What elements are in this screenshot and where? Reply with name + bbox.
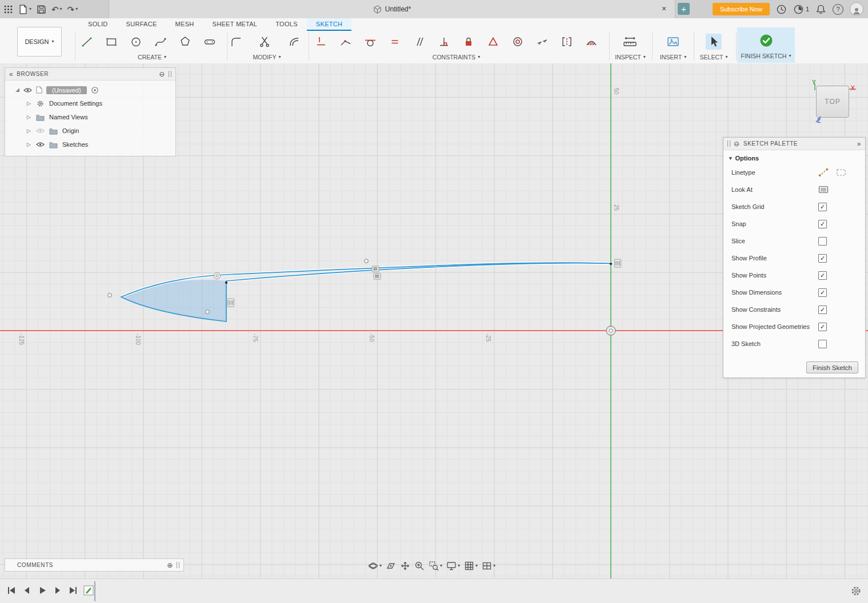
comments-drag-grip[interactable] <box>177 562 179 568</box>
play-button[interactable] <box>37 585 48 596</box>
symmetry-constraint[interactable] <box>560 34 574 49</box>
select-group-label[interactable]: SELECT▾ <box>696 54 731 61</box>
constraints-group-label[interactable]: CONSTRAINTS▾ <box>314 54 598 61</box>
palette-collapse-icon[interactable]: » <box>857 140 861 147</box>
undo-button[interactable]: ↶▾ <box>51 5 62 14</box>
disclosure-icon[interactable]: ▷ <box>27 142 31 147</box>
go-to-start-button[interactable] <box>6 585 17 596</box>
insert-group-label[interactable]: INSERT▾ <box>655 54 691 61</box>
centerline-linetype-icon[interactable] <box>836 168 846 177</box>
tab-sheet-metal[interactable]: SHEET METAL <box>203 18 267 31</box>
fillet-tool[interactable] <box>229 34 243 49</box>
curvature-constraint[interactable] <box>585 34 598 49</box>
checkbox-show-profile[interactable]: ✓ <box>818 254 827 263</box>
timeline-position-marker[interactable] <box>94 581 95 601</box>
disclosure-icon[interactable]: ▷ <box>27 128 31 134</box>
browser-drag-grip[interactable] <box>169 71 171 77</box>
redo-button[interactable]: ↷▾ <box>67 5 78 14</box>
app-grid-icon[interactable] <box>3 5 13 14</box>
select-tool[interactable] <box>706 34 722 50</box>
circle-tool[interactable] <box>129 34 143 49</box>
checkbox-show-projected-geometries[interactable]: ✓ <box>818 323 827 331</box>
pan-button[interactable] <box>400 561 410 571</box>
collinear-constraint[interactable] <box>535 34 549 49</box>
create-group-label[interactable]: CREATE▾ <box>80 54 224 61</box>
workspace-switcher[interactable]: DESIGN▾ <box>17 27 62 57</box>
equal-constraint[interactable] <box>388 34 402 49</box>
browser-header[interactable]: « BROWSER ⊖ <box>5 68 175 81</box>
finish-sketch-button[interactable] <box>758 33 774 49</box>
palette-header[interactable]: ⊖ SKETCH PALETTE » <box>723 138 865 150</box>
tab-solid[interactable]: SOLID <box>79 18 117 31</box>
step-forward-button[interactable] <box>52 585 63 596</box>
document-tab[interactable]: Untitled* <box>109 0 675 18</box>
disclosure-icon[interactable]: ▷ <box>27 100 31 106</box>
browser-item-document-settings[interactable]: ▷Document Settings <box>5 97 175 110</box>
midpoint-constraint[interactable] <box>486 34 500 49</box>
job-status-icon[interactable] <box>776 4 787 15</box>
measure-tool[interactable] <box>622 34 638 49</box>
options-section-header[interactable]: ▾ Options <box>723 150 865 164</box>
modify-group-label[interactable]: MODIFY▾ <box>229 54 305 61</box>
timeline-sketch-feature[interactable] <box>83 585 94 596</box>
spline-handle-point[interactable] <box>108 294 111 297</box>
tab-surface[interactable]: SURFACE <box>117 18 166 31</box>
fix-constraint[interactable] <box>462 34 475 49</box>
spline-tool[interactable] <box>154 34 167 49</box>
collapse-left-icon[interactable]: « <box>9 71 13 78</box>
viewports-button[interactable]: ▾ <box>482 561 495 571</box>
construction-linetype-icon[interactable] <box>818 168 829 177</box>
checkbox-snap[interactable]: ✓ <box>818 220 827 228</box>
checkbox-3d-sketch[interactable] <box>818 340 827 348</box>
perpendicular-constraint[interactable] <box>437 34 451 49</box>
constraint-glyph[interactable] <box>372 266 379 272</box>
zoom-button[interactable] <box>414 561 425 571</box>
checkbox-show-constraints[interactable]: ✓ <box>818 305 827 314</box>
browser-minimize-icon[interactable]: ⊖ <box>159 71 165 78</box>
viewcube-top-face[interactable]: TOP <box>816 86 849 118</box>
browser-item-origin[interactable]: ▷Origin <box>5 124 175 138</box>
look-at-button[interactable] <box>386 561 396 571</box>
step-back-button[interactable] <box>21 585 33 596</box>
new-tab-button[interactable]: + <box>678 3 690 15</box>
palette-minimize-icon[interactable]: ⊖ <box>734 140 740 147</box>
finish-sketch-palette-button[interactable]: Finish Sketch <box>806 361 858 373</box>
file-menu-button[interactable]: ▾ <box>18 5 31 14</box>
comments-bar[interactable]: COMMENTS ⊕ <box>5 558 184 572</box>
active-jobs-indicator[interactable]: 1 <box>793 4 809 15</box>
trim-tool[interactable] <box>258 34 272 49</box>
rectangle-tool[interactable] <box>105 34 118 49</box>
constraint-glyph[interactable] <box>374 274 381 279</box>
orbit-button[interactable]: ▾ <box>368 561 382 571</box>
browser-item-sketches[interactable]: ▷Sketches <box>5 138 175 151</box>
timeline-settings-gear-icon[interactable] <box>850 585 862 597</box>
browser-item-named-views[interactable]: ▷Named Views <box>5 110 175 124</box>
activate-component-radio[interactable] <box>91 86 99 94</box>
checkbox-slice[interactable] <box>818 237 827 246</box>
checkbox-show-points[interactable]: ✓ <box>818 271 827 280</box>
document-name-badge[interactable]: (Unsaved) <box>46 86 87 94</box>
sketch-profile-fill[interactable] <box>121 280 226 321</box>
spline-handle-point[interactable] <box>365 259 368 263</box>
viewcube[interactable]: TOP Y X Z <box>811 80 859 128</box>
save-button[interactable] <box>37 5 46 14</box>
palette-drag-grip[interactable] <box>727 140 730 147</box>
sketch-point[interactable] <box>610 263 612 265</box>
zoom-window-button[interactable]: ▾ <box>429 561 442 571</box>
avatar[interactable] <box>850 2 863 16</box>
bell-icon[interactable] <box>815 4 826 15</box>
tangent-constraint[interactable] <box>363 34 377 49</box>
tab-mesh[interactable]: MESH <box>166 18 203 31</box>
horizontal-vertical-constraint[interactable] <box>314 34 328 49</box>
visibility-icon[interactable] <box>23 87 32 93</box>
inspect-group-label[interactable]: INSPECT▾ <box>611 54 649 61</box>
parallel-constraint[interactable] <box>413 34 426 49</box>
offset-tool[interactable] <box>287 34 301 49</box>
help-icon[interactable]: ? <box>833 4 843 15</box>
disclosure-icon[interactable]: ▷ <box>27 114 31 120</box>
display-settings-button[interactable]: ▾ <box>446 561 460 571</box>
polygon-tool[interactable] <box>178 34 192 49</box>
concentric-constraint[interactable] <box>511 34 525 49</box>
tab-tools[interactable]: TOOLS <box>266 18 307 31</box>
slot-tool[interactable] <box>203 34 217 49</box>
